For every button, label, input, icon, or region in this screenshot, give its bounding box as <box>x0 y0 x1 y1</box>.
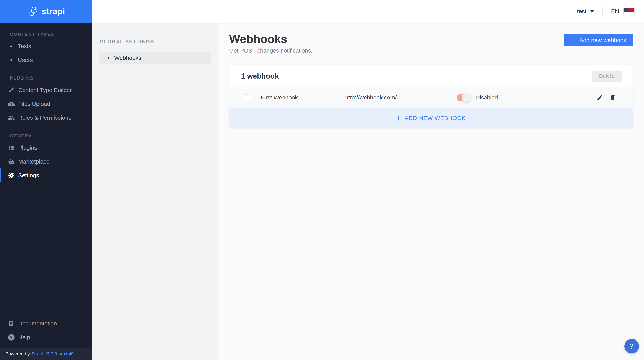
sidebar-item-help[interactable]: Help <box>0 330 92 344</box>
plus-icon <box>396 114 401 122</box>
sidebar-item-documentation[interactable]: Documentation <box>0 317 92 330</box>
powered-by-label: Powered by <box>5 351 30 356</box>
edit-pencil-icon[interactable] <box>596 94 603 101</box>
sidebar-item-label: Plugins <box>18 144 37 151</box>
sidebar-item-marketplace[interactable]: Marketplace <box>0 155 92 168</box>
right-column: test EN GLOBAL SETTINGS Webhooks <box>92 0 644 360</box>
sidebar-item-label: Documentation <box>18 320 57 327</box>
add-new-webhook-row[interactable]: ADD NEW WEBHOOK <box>229 108 633 128</box>
sidebar-item-label: Files Upload <box>18 101 50 107</box>
subnav-heading: GLOBAL SETTINGS <box>100 39 218 45</box>
section-heading: PLUGINS <box>0 76 92 81</box>
enable-toggle[interactable] <box>457 94 470 101</box>
strapi-logo[interactable]: strapi <box>0 0 92 22</box>
sidebar-item-users[interactable]: Users <box>0 53 92 67</box>
webhook-count: 1 webhook <box>241 72 279 80</box>
section-content-types: CONTENT TYPES Tests Users <box>0 32 92 67</box>
list-icon <box>7 144 16 152</box>
user-menu[interactable]: test <box>577 8 594 14</box>
question-circle-icon <box>7 333 16 342</box>
subnav-item-label: Webhooks <box>114 55 141 61</box>
us-flag-icon <box>624 8 634 14</box>
cloud-upload-icon <box>7 100 16 108</box>
sidebar-item-tests[interactable]: Tests <box>0 39 92 53</box>
user-menu-label: test <box>577 8 586 14</box>
sidebar-item-label: Marketplace <box>18 158 50 165</box>
basket-icon <box>7 158 16 166</box>
content-row: GLOBAL SETTINGS Webhooks Webhooks Get PO… <box>92 22 644 360</box>
sidebar-item-label: Roles & Permissions <box>18 114 71 121</box>
sidebar-footer: Powered by Strapi v3.0.0-next.40 <box>0 348 92 360</box>
sidebar-nav: CONTENT TYPES Tests Users PLUGINS Cont <box>0 22 92 191</box>
dot-icon <box>108 57 109 59</box>
sidebar-bottom: Documentation Help Powered by Strapi v3.… <box>0 317 92 360</box>
webhook-status-col: Disabled <box>457 94 596 101</box>
subnav-item-webhooks[interactable]: Webhooks <box>100 52 211 64</box>
main-sidebar: strapi CONTENT TYPES Tests Users PLUGINS <box>0 0 92 360</box>
section-heading: GENERAL <box>0 134 92 138</box>
settings-subnav: GLOBAL SETTINGS Webhooks <box>92 22 218 360</box>
sidebar-item-files-upload[interactable]: Files Upload <box>0 97 92 111</box>
section-general: GENERAL Plugins Marketplace <box>0 134 92 182</box>
strapi-rocket-icon <box>27 6 38 17</box>
chevron-down-icon <box>590 10 594 12</box>
add-new-webhook-row-label: ADD NEW WEBHOOK <box>404 115 466 121</box>
dot-icon <box>10 59 12 61</box>
section-plugins: PLUGINS Content Type Builder Files Uploa… <box>0 76 92 124</box>
row-actions <box>596 94 616 101</box>
sidebar-item-roles-permissions[interactable]: Roles & Permissions <box>0 111 92 124</box>
webhooks-card: 1 webhook Delete First Webhook http://we… <box>229 65 633 128</box>
delete-button[interactable]: Delete <box>592 70 622 82</box>
topbar: test EN <box>92 0 644 22</box>
row-checkbox[interactable] <box>244 94 251 101</box>
app-window: strapi CONTENT TYPES Tests Users PLUGINS <box>0 0 644 360</box>
paintbrush-icon <box>7 86 16 94</box>
webhook-name: First Webhook <box>261 94 345 101</box>
sidebar-item-content-type-builder[interactable]: Content Type Builder <box>0 83 92 97</box>
dot-icon <box>10 46 12 47</box>
status-label: Disabled <box>476 94 498 101</box>
sidebar-item-settings[interactable]: Settings <box>0 168 92 182</box>
sidebar-item-label: Help <box>18 334 30 341</box>
section-heading: CONTENT TYPES <box>0 32 92 37</box>
locale-label: EN <box>611 8 619 14</box>
add-new-webhook-button[interactable]: Add new webhook <box>564 34 633 46</box>
locale-switcher[interactable]: EN <box>611 8 634 14</box>
title-block: Webhooks Get POST changes notifications. <box>229 33 312 54</box>
main-header: Webhooks Get POST changes notifications.… <box>229 33 633 54</box>
webhook-url: http://webhook.com/ <box>345 94 457 101</box>
plus-icon <box>570 36 575 44</box>
gear-icon <box>7 171 16 180</box>
sidebar-item-label: Users <box>18 57 33 63</box>
trash-icon[interactable] <box>610 94 616 101</box>
page-title: Webhooks <box>229 33 312 45</box>
main-content: Webhooks Get POST changes notifications.… <box>218 22 644 360</box>
help-fab-button[interactable]: ? <box>624 339 639 354</box>
page-subtitle: Get POST changes notifications. <box>229 47 312 54</box>
strapi-version-link[interactable]: Strapi v3.0.0-next.40 <box>31 351 74 356</box>
sidebar-item-label: Settings <box>18 172 39 179</box>
toggle-knob <box>462 93 471 102</box>
webhooks-card-header: 1 webhook Delete <box>229 65 633 87</box>
users-icon <box>7 114 16 122</box>
sidebar-item-plugins[interactable]: Plugins <box>0 141 92 155</box>
sidebar-item-label: Tests <box>18 43 31 50</box>
table-row: First Webhook http://webhook.com/ Disabl… <box>229 87 633 108</box>
brand-name: strapi <box>42 6 65 16</box>
sidebar-item-label: Content Type Builder <box>18 87 72 93</box>
book-icon <box>7 319 16 328</box>
add-new-webhook-button-label: Add new webhook <box>580 37 626 44</box>
